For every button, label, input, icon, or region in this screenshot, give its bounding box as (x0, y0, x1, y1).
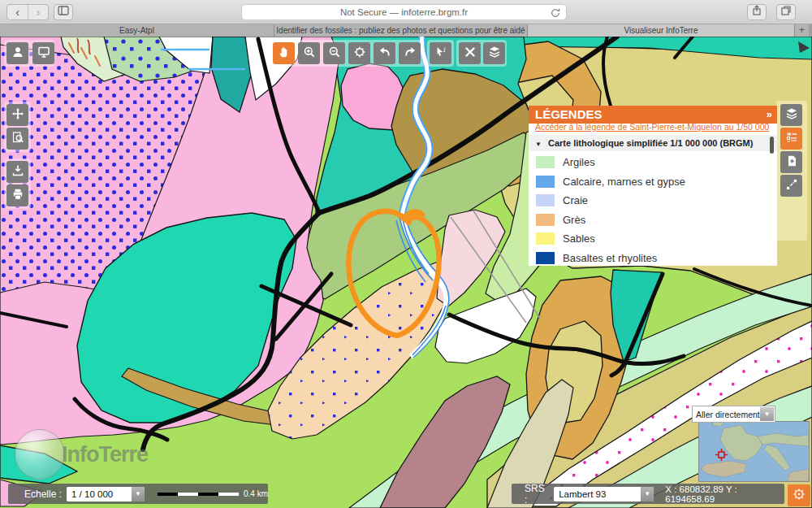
address-bar[interactable]: Not Secure — infoterre.brgm.fr (241, 4, 567, 20)
redo-icon (404, 46, 417, 62)
goto-select[interactable]: Aller directement à... ▼ (692, 406, 775, 423)
chevron-down-icon[interactable]: ▼ (641, 487, 654, 501)
legend-swatch (536, 156, 555, 168)
zoom-extent-icon (353, 46, 366, 62)
legend-link[interactable]: Accéder à la légende de Saint-Pierre-et-… (535, 124, 771, 133)
measure-select-button[interactable] (780, 175, 802, 197)
legend-item: Craie (529, 191, 777, 211)
move-icon (11, 107, 24, 124)
legend-item: Sables (529, 229, 777, 249)
sidebar-toggle-button[interactable] (54, 4, 73, 20)
measure-icon (785, 178, 798, 194)
screen-button[interactable] (32, 42, 54, 64)
compass-icon (792, 487, 806, 505)
print-button[interactable] (6, 185, 28, 206)
tab-visualiseur-infoterre[interactable]: Visualiseur InfoTerre (528, 24, 795, 37)
zoom-out-button[interactable] (323, 42, 345, 64)
scale-bar: Echelle : 1 / 10 000 ▼ 0.4 km (8, 484, 268, 504)
layers-icon (488, 46, 501, 62)
legend-swatch (536, 232, 555, 245)
tab-easy-atpl[interactable]: Easy-Atpl (0, 24, 274, 37)
doc-search-button[interactable] (6, 128, 28, 150)
sidebar-icon (57, 4, 70, 20)
share-icon (750, 4, 763, 20)
legend-items: Argiles Calcaire, marnes et gypse Craie … (529, 153, 777, 267)
scale-ruler (158, 493, 239, 496)
legend-item-label: Argiles (563, 156, 595, 168)
compass-button[interactable] (788, 484, 810, 506)
legend-panel: LÉGENDES » Accéder à la légende de Saint… (529, 106, 777, 266)
srs-value: Lambert 93 (554, 489, 641, 499)
print-icon (11, 188, 24, 204)
scale-distance: 0.4 km (244, 489, 268, 498)
new-tab-button[interactable]: + (795, 24, 809, 37)
legend-scrollbar[interactable] (770, 137, 774, 154)
back-button[interactable]: ‹ (7, 5, 28, 20)
legend-layer-title: Carte lithologique simplifiée 1/1 000 00… (548, 138, 753, 148)
srs-bar: SRS : Lambert 93 ▼ X : 680832.89 Y : 619… (512, 484, 784, 504)
pan-button[interactable] (273, 42, 295, 64)
address-text: Not Secure — infoterre.brgm.fr (340, 7, 468, 17)
tab-fossiles[interactable]: Identifier des fossiles : publiez des ph… (274, 24, 528, 37)
doc-add-icon (785, 154, 798, 171)
legend-item: Calcaire, marnes et gypse (529, 172, 777, 192)
legend-swatch (536, 176, 555, 188)
legend-item-label: Sables (563, 232, 595, 245)
tab-bar: Easy-Atpl Identifier des fossiles : publ… (0, 24, 812, 37)
download-button[interactable] (6, 161, 28, 183)
legend-layer-bar[interactable]: ▼ Carte lithologique simplifiée 1/1 000 … (529, 135, 777, 151)
layers-button[interactable] (483, 42, 505, 64)
svg-text:i: i (443, 46, 446, 54)
legend-item-label: Grès (563, 214, 585, 226)
nav-buttons: ‹ › (6, 4, 49, 20)
user-button[interactable] (6, 42, 28, 64)
forward-button[interactable]: › (28, 5, 48, 20)
chevron-down-icon: ▼ (535, 141, 542, 148)
infoterre-globe-icon (15, 429, 65, 480)
chevron-down-icon[interactable]: ▼ (132, 487, 145, 501)
srs-label: SRS : (525, 483, 549, 506)
legend-item: Grès (529, 211, 777, 230)
tools-button[interactable] (459, 42, 481, 64)
legend-item-label: Calcaire, marnes et gypse (563, 176, 685, 188)
tabs-icon (780, 4, 793, 20)
user-icon (11, 46, 24, 62)
legend-item-label: Craie (563, 194, 588, 206)
legend-panel-button[interactable] (780, 128, 802, 150)
layer-manager-button[interactable] (780, 104, 802, 126)
reload-icon[interactable] (550, 7, 561, 20)
zoom-in-button[interactable] (298, 42, 320, 64)
legend-title: LÉGENDES (535, 107, 603, 121)
redo-button[interactable] (399, 42, 421, 64)
browser-chrome: ‹ › Not Secure — infoterre.brgm.fr (0, 0, 812, 24)
scale-value: 1 / 10 000 (67, 489, 132, 499)
legend-collapse-icon[interactable]: » (767, 106, 771, 124)
zoom-extent-button[interactable] (348, 42, 370, 64)
legend-swatch (536, 252, 555, 264)
scale-select[interactable]: 1 / 10 000 ▼ (67, 487, 145, 501)
pan-hand-icon (278, 46, 291, 62)
screen-icon (37, 46, 50, 62)
legend-swatch (536, 214, 555, 226)
move-view-button[interactable] (6, 104, 28, 126)
legend-swatch (536, 194, 555, 206)
legend-list-icon (785, 131, 798, 147)
legend-item: Argiles (529, 153, 777, 172)
identify-pointer-icon: i (434, 46, 447, 62)
legend-header[interactable]: LÉGENDES » (529, 106, 777, 124)
map-viewport[interactable]: i LÉGENDES » Accéder à la légende de Sai… (0, 37, 812, 508)
goto-placeholder: Aller directement à... (693, 410, 760, 419)
undo-button[interactable] (374, 42, 395, 64)
layers-icon (785, 107, 798, 124)
infoterre-logo: InfoTerre (15, 429, 148, 480)
identify-button[interactable]: i (430, 42, 451, 64)
scale-label: Echelle : (24, 488, 62, 500)
share-button[interactable] (747, 4, 767, 20)
add-document-button[interactable] (780, 151, 802, 173)
srs-select[interactable]: Lambert 93 ▼ (554, 487, 654, 501)
overview-minimap[interactable] (698, 421, 810, 482)
legend-item: Basaltes et rhyolites (529, 249, 777, 268)
zoom-out-icon (328, 46, 341, 62)
tab-overview-button[interactable] (776, 4, 796, 20)
chevron-down-icon[interactable]: ▼ (760, 407, 774, 421)
